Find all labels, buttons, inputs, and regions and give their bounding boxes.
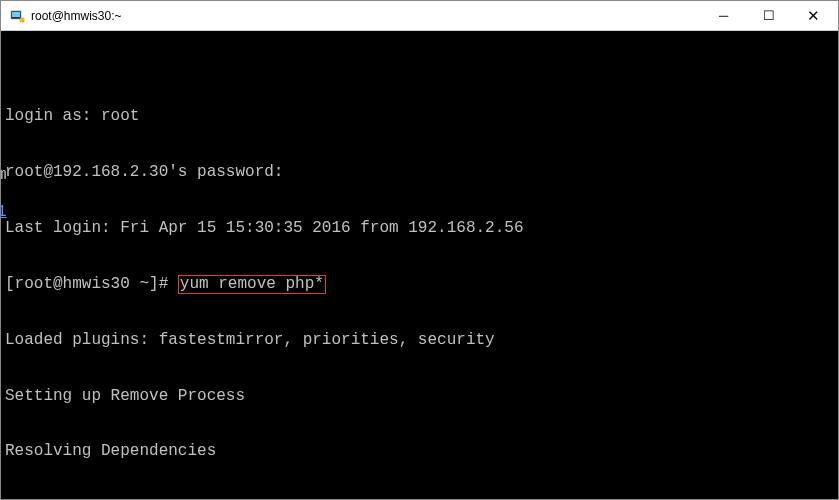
password-prompt-line: root@192.168.2.30's password: — [5, 163, 834, 182]
loaded-plugins-line: Loaded plugins: fastestmirror, prioritie… — [5, 331, 834, 350]
shell-prompt: [root@hmwis30 ~]# — [5, 275, 178, 293]
highlighted-command: yum remove php* — [178, 275, 326, 294]
command-line: [root@hmwis30 ~]# yum remove php* — [5, 275, 834, 294]
terminal-pane[interactable]: m 1 login as: root root@192.168.2.30's p… — [1, 31, 838, 499]
titlebar: root@hmwis30:~ ─ ☐ ✕ — [1, 1, 838, 31]
edge-text-link: 1 — [1, 203, 7, 222]
running-check-line: --> Running transaction check — [5, 498, 834, 499]
edge-text-m: m — [1, 166, 7, 185]
minimize-button[interactable]: ─ — [701, 2, 746, 30]
resolving-deps-line: Resolving Dependencies — [5, 442, 834, 461]
putty-icon — [9, 8, 25, 24]
maximize-button[interactable]: ☐ — [746, 2, 791, 30]
terminal-window: root@hmwis30:~ ─ ☐ ✕ m 1 login as: root … — [0, 0, 839, 500]
window-controls: ─ ☐ ✕ — [701, 2, 836, 30]
window-title: root@hmwis30:~ — [31, 9, 701, 23]
close-button[interactable]: ✕ — [791, 2, 836, 30]
last-login-line: Last login: Fri Apr 15 15:30:35 2016 fro… — [5, 219, 834, 238]
svg-rect-1 — [12, 12, 20, 17]
setup-remove-line: Setting up Remove Process — [5, 387, 834, 406]
login-as-line: login as: root — [5, 107, 834, 126]
